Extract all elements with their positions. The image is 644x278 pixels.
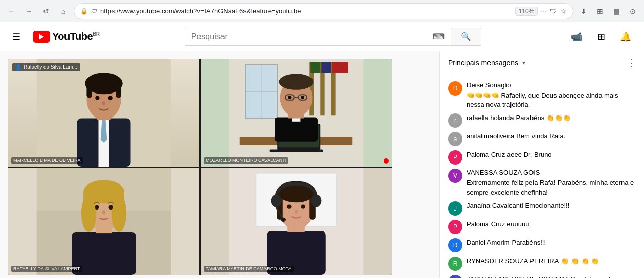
extensions-button[interactable]: ⊞	[593, 4, 607, 18]
tile-2-person	[201, 59, 392, 167]
menu-icon[interactable]: ☰	[8, 27, 25, 47]
chat-content-8: Daniel Amorim Parabéns!!!	[467, 238, 636, 247]
svg-point-63	[295, 210, 298, 214]
svg-point-61	[287, 204, 291, 208]
chat-username-3: anitalimaoliveira	[467, 132, 514, 140]
tile-2-record-indicator	[384, 158, 389, 164]
chat-text-10: Parabéns pela	[571, 275, 614, 278]
sidebar-button[interactable]: ▤	[609, 4, 624, 18]
apps-button[interactable]: ⊞	[591, 27, 611, 47]
chat-message-4: P Paloma Cruz aeee Dr. Bruno	[440, 148, 644, 167]
search-input[interactable]	[191, 32, 429, 41]
chat-content-2: rafaella holanda Parabéns 👏👏👏	[467, 113, 636, 123]
refresh-button[interactable]: ↺	[39, 4, 53, 18]
chat-text-1: 🤜🤜🤜🤜 Rafaelly, que Deus abençoe ainda ma…	[467, 91, 636, 109]
chat-text-2: Parabéns 👏👏👏	[516, 113, 571, 123]
home-button[interactable]: ⌂	[56, 4, 71, 18]
bookmark-button[interactable]: ☆	[560, 7, 567, 15]
youtube-logo[interactable]: YouTubeBR	[33, 31, 100, 43]
create-video-button[interactable]: 📹	[566, 27, 587, 47]
chat-message-inline-3: anitalimaoliveira Bem vinda Rafa.	[467, 132, 636, 141]
chat-message-7: P Paloma Cruz euuuuu	[440, 218, 644, 236]
keyboard-icon[interactable]: ⌨	[433, 32, 445, 41]
chat-message-inline-10: JARBAS LACERDA DE MIRANDA Parabéns pela	[467, 275, 636, 278]
svg-point-45	[112, 195, 126, 233]
chat-header: Principais mensagens ▾ ⋮	[440, 51, 644, 75]
search-bar[interactable]: ⌨	[185, 28, 451, 46]
chat-text-4: aeee Dr. Bruno	[507, 150, 551, 159]
svg-point-35	[301, 96, 304, 99]
chat-message-inline-7: Paloma Cruz euuuuu	[467, 220, 636, 229]
tile-4-person	[201, 168, 392, 275]
tile-1-name: MARCELLO LIMA DE OLIVEIRA	[11, 157, 83, 164]
more-options-button[interactable]: ···	[541, 7, 547, 15]
video-player[interactable]: Rafaelly da Silva Lam...	[8, 59, 392, 275]
tile-4-name: TAMIARA MARTIN DE CAMARGO MOTA	[204, 266, 294, 272]
shield-verify-icon: 🛡	[550, 7, 557, 15]
chat-avatar-9: R	[448, 257, 462, 271]
svg-point-44	[81, 195, 96, 233]
svg-point-11	[102, 101, 105, 105]
chat-message-9: R RYNASDER SOUZA PEREIRA 👏 👏 👏 👏	[440, 254, 644, 273]
video-section: Rafaelly da Silva Lam...	[0, 51, 439, 278]
svg-point-10	[108, 96, 112, 100]
youtube-logo-text: YouTubeBR	[52, 31, 100, 42]
youtube-country: BR	[93, 31, 99, 37]
chat-username-8: Daniel Amorim	[467, 239, 510, 246]
svg-point-57	[271, 195, 282, 207]
chat-content-9: RYNASDER SOUZA PEREIRA 👏 👏 👏 👏	[467, 257, 636, 266]
chat-message-2: r rafaella holanda Parabéns 👏👏👏	[440, 111, 644, 130]
zoom-level: 110%	[515, 7, 538, 16]
svg-point-47	[108, 205, 113, 210]
chat-content-3: anitalimaoliveira Bem vinda Rafa.	[467, 132, 636, 141]
address-bar[interactable]: 🔒 🛡 https://www.youtube.com/watch?v=tA7h…	[74, 3, 573, 19]
svg-point-58	[310, 195, 321, 207]
chat-text-7: euuuuu	[507, 220, 529, 229]
svg-rect-7	[86, 82, 92, 98]
svg-point-60	[281, 218, 286, 222]
chat-header-left: Principais mensagens ▾	[448, 59, 525, 67]
chat-username-7: Paloma Cruz	[467, 220, 505, 228]
chat-message-8: D Daniel Amorim Parabéns!!!	[440, 236, 644, 254]
chat-username-2: rafaella holanda	[467, 114, 514, 122]
svg-point-34	[288, 96, 291, 99]
youtube-header: ☰ YouTubeBR ⌨ 🔍 📹 ⊞ 🔔	[0, 22, 644, 51]
chat-message-3: a anitalimaoliveira Bem vinda Rafa.	[440, 130, 644, 148]
chat-title: Principais mensagens	[448, 59, 518, 67]
browser-chrome: ← → ↺ ⌂ 🔒 🛡 https://www.youtube.com/watc…	[0, 0, 644, 22]
chat-message-inline-9: RYNASDER SOUZA PEREIRA 👏 👏 👏 👏	[467, 257, 636, 266]
svg-point-30	[279, 74, 313, 90]
chat-username-4: Paloma Cruz	[467, 151, 505, 158]
chat-text-8: Parabéns!!!	[512, 238, 546, 247]
chat-more-icon[interactable]: ⋮	[627, 57, 636, 68]
tile-3-person	[8, 168, 199, 275]
chat-text-9: 👏 👏 👏 👏	[561, 257, 599, 266]
chat-section: Principais mensagens ▾ ⋮ D Deise Sonagli…	[439, 51, 644, 278]
forward-button[interactable]: →	[21, 4, 36, 18]
search-button[interactable]: 🔍	[451, 28, 481, 46]
chat-content-5: VANESSA SOUZA GOIS Extremamente feliz pe…	[467, 169, 636, 197]
shield-icon: 🛡	[91, 8, 97, 15]
search-container: ⌨ 🔍	[185, 28, 481, 46]
profile-button[interactable]: ⊙	[626, 4, 640, 18]
header-right-actions: 📹 ⊞ 🔔	[566, 27, 636, 47]
chat-avatar-8: D	[448, 238, 462, 252]
chat-avatar-2: r	[448, 113, 462, 128]
security-icon: 🔒	[80, 8, 88, 15]
chat-message-inline-1: Deise Sonaglio 🤜🤜🤜🤜 Rafaelly, que Deus a…	[467, 81, 636, 109]
chat-content-7: Paloma Cruz euuuuu	[467, 220, 636, 229]
download-button[interactable]: ⬇	[576, 4, 591, 18]
chat-text-3: Bem vinda Rafa.	[516, 132, 565, 141]
chat-username-10: JARBAS LACERDA DE MIRANDA	[467, 275, 569, 278]
tile-3-name: Rafaelly da Silva Lampert	[11, 266, 82, 272]
chat-dropdown-icon[interactable]: ▾	[522, 59, 525, 66]
chat-message-inline-6: Janaína Cavalcanti Emocionante!!!	[467, 201, 636, 211]
chat-message-inline-4: Paloma Cruz aeee Dr. Bruno	[467, 150, 636, 159]
chat-message-5: V VANESSA SOUZA GOIS Extremamente feliz …	[440, 167, 644, 199]
video-tile-3: Rafaelly da Silva Lampert	[8, 168, 199, 275]
svg-rect-8	[116, 82, 121, 98]
notifications-button[interactable]: 🔔	[615, 27, 636, 47]
chat-message-inline-5: VANESSA SOUZA GOIS Extremamente feliz pe…	[467, 169, 636, 197]
back-button[interactable]: ←	[4, 4, 18, 18]
svg-rect-25	[270, 149, 323, 152]
